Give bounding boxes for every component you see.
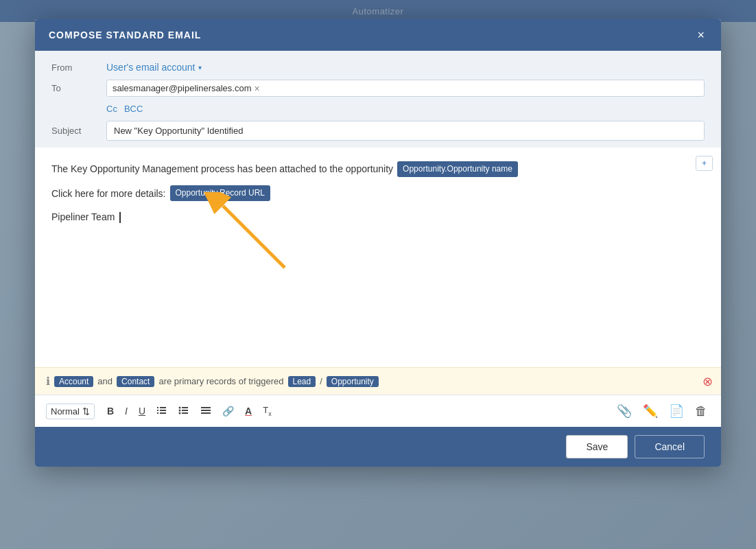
svg-rect-14 <box>201 407 211 408</box>
link-icon: 🔗 <box>222 406 234 417</box>
editor-toolbar: Normal ⇅ B I U <box>35 395 721 427</box>
svg-rect-10 <box>182 412 188 414</box>
modal-header: COMPOSE STANDARD EMAIL × <box>35 19 721 51</box>
info-text-and: and <box>97 376 113 386</box>
edit-button[interactable]: ✏️ <box>640 401 661 421</box>
info-icon: ℹ <box>46 375 50 388</box>
pen-icon: ✏️ <box>643 404 658 418</box>
body-line-2: Click here for more details: Opportunity… <box>51 185 705 201</box>
to-label: To <box>51 83 106 93</box>
opportunity-badge[interactable]: Opportunity <box>327 376 379 387</box>
toolbar-left: Normal ⇅ B I U <box>46 402 276 420</box>
compose-email-modal: COMPOSE STANDARD EMAIL × From User's ema… <box>35 19 721 467</box>
info-bar: ℹ Account and Contact are primary record… <box>35 367 721 395</box>
underline-button[interactable]: U <box>134 404 150 419</box>
account-badge[interactable]: Account <box>54 376 93 387</box>
body-signature: Pipeliner Team <box>51 209 115 224</box>
font-color-button[interactable]: A <box>241 404 256 419</box>
modal-close-button[interactable]: × <box>694 29 707 41</box>
bullet-list-icon <box>178 407 189 418</box>
info-text-primary: are primary records of triggered <box>158 376 283 386</box>
style-label: Normal <box>51 406 80 417</box>
font-color-icon: A <box>245 406 252 417</box>
ordered-list-button[interactable] <box>152 402 172 420</box>
clear-format-button[interactable]: Tx <box>259 402 275 420</box>
body-text-before-token2: Click here for more details: <box>51 186 166 201</box>
subject-input[interactable] <box>106 121 705 141</box>
body-line-1: The Key Opportunity Management process h… <box>51 161 705 177</box>
subject-row: Subject <box>51 121 705 141</box>
lead-badge[interactable]: Lead <box>288 376 316 387</box>
from-value-wrapper: User's email account ▾ <box>106 62 705 73</box>
svg-rect-15 <box>201 410 211 411</box>
svg-rect-2 <box>160 407 166 408</box>
align-button[interactable] <box>196 402 215 420</box>
trash-icon: 🗑 <box>695 404 707 418</box>
bold-icon: B <box>107 406 114 417</box>
svg-point-11 <box>179 407 181 409</box>
cc-bcc-row: Cc BCC <box>51 104 705 114</box>
from-label: From <box>51 62 106 73</box>
body-text-before-token1: The Key Opportunity Management process h… <box>51 161 393 176</box>
save-button[interactable]: Save <box>566 435 628 458</box>
align-icon <box>200 407 211 418</box>
svg-rect-16 <box>201 412 211 414</box>
svg-rect-4 <box>160 412 166 414</box>
clear-format-icon: Tx <box>263 405 271 415</box>
attachment-button[interactable]: 📎 <box>614 401 635 421</box>
from-row: From User's email account ▾ <box>51 62 705 73</box>
from-account-link[interactable]: User's email account ▾ <box>106 62 705 73</box>
svg-point-12 <box>179 410 181 412</box>
to-row: To salesmanager@pipelinersales.com × <box>51 80 705 97</box>
delete-button[interactable]: 🗑 <box>692 401 710 421</box>
email-form: From User's email account ▾ To salesmana… <box>35 51 721 148</box>
email-editor[interactable]: + The Key Opportunity Management process… <box>35 148 721 367</box>
underline-icon: U <box>139 406 145 417</box>
bold-button[interactable]: B <box>103 404 118 419</box>
arrow-annotation <box>202 192 292 274</box>
text-cursor <box>119 212 121 223</box>
svg-rect-5 <box>157 407 158 408</box>
plus-icon: + <box>702 159 707 168</box>
email-address: salesmanager@pipelinersales.com <box>113 83 252 93</box>
svg-rect-9 <box>182 410 188 411</box>
record-url-token[interactable]: Opportunity.Record URL <box>170 185 271 201</box>
body-signature-line: Pipeliner Team <box>51 209 705 224</box>
bcc-link[interactable]: BCC <box>124 104 143 114</box>
svg-rect-8 <box>182 407 188 408</box>
modal-title: COMPOSE STANDARD EMAIL <box>49 30 201 40</box>
toolbar-right: 📎 ✏️ 📄 🗑 <box>614 401 710 421</box>
document-icon: 📄 <box>669 404 684 418</box>
cancel-button[interactable]: Cancel <box>635 435 705 458</box>
svg-rect-6 <box>157 410 158 411</box>
text-style-selector[interactable]: Normal ⇅ <box>46 404 95 419</box>
to-input-wrapper[interactable]: salesmanager@pipelinersales.com × <box>106 80 705 97</box>
cc-link[interactable]: Cc <box>106 104 117 114</box>
link-button[interactable]: 🔗 <box>218 404 238 419</box>
chevron-down-icon: ▾ <box>198 64 202 71</box>
italic-button[interactable]: I <box>121 404 132 419</box>
insert-field-button[interactable]: + <box>696 156 713 171</box>
svg-rect-7 <box>157 412 158 414</box>
subject-label: Subject <box>51 126 106 136</box>
style-selector-arrow-icon: ⇅ <box>82 406 90 417</box>
bullet-list-button[interactable] <box>174 402 193 420</box>
editor-content: The Key Opportunity Management process h… <box>51 161 705 225</box>
document-button[interactable]: 📄 <box>666 401 687 421</box>
remove-email-button[interactable]: × <box>255 84 260 93</box>
contact-badge[interactable]: Contact <box>117 376 154 387</box>
ordered-list-icon <box>156 407 167 418</box>
from-account-label: User's email account <box>106 62 196 73</box>
info-close-button[interactable]: ⊗ <box>702 375 713 388</box>
email-tag: salesmanager@pipelinersales.com × <box>113 83 260 93</box>
opportunity-name-token[interactable]: Opportunity.Opportunity name <box>397 161 518 177</box>
paperclip-icon: 📎 <box>617 404 632 418</box>
modal-footer: Save Cancel <box>35 427 721 467</box>
svg-rect-3 <box>160 410 166 411</box>
info-slash: / <box>320 376 322 386</box>
italic-icon: I <box>125 406 128 417</box>
svg-point-13 <box>179 412 181 414</box>
close-circle-icon: ⊗ <box>702 375 713 388</box>
